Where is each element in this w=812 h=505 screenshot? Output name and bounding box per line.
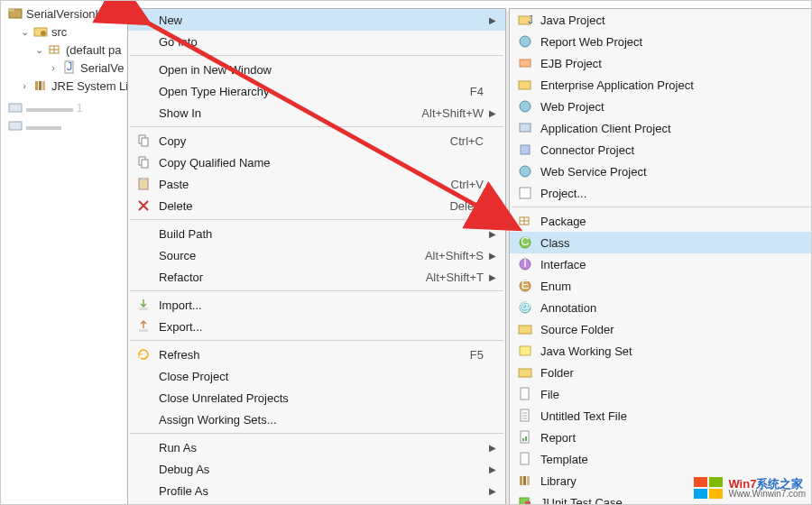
menu-profile-as[interactable]: Profile As▶ (128, 480, 505, 501)
submenu-arrow-icon: ▶ (489, 108, 500, 118)
separator (130, 126, 503, 127)
separator (130, 290, 503, 291)
menu-refresh[interactable]: RefreshF5 (128, 344, 505, 365)
svg-rect-7 (35, 81, 38, 90)
menu-project[interactable]: Project... (510, 182, 812, 204)
svg-rect-49 (523, 476, 526, 485)
svg-rect-45 (522, 438, 524, 441)
svg-rect-55 (694, 477, 707, 487)
svg-point-28 (520, 166, 531, 177)
menu-show-in[interactable]: Show InAlt+Shift+W▶ (128, 102, 505, 124)
separator (130, 433, 503, 434)
class-icon: C (515, 235, 535, 250)
menu-team[interactable]: Team▶ (128, 501, 505, 505)
library-icon (515, 473, 535, 488)
menu-app-client-project[interactable]: Application Client Project (510, 117, 812, 139)
copy-icon (134, 155, 153, 170)
package-icon (515, 214, 535, 228)
context-menu: New▶ Go Into Open in New Window Open Typ… (127, 8, 506, 505)
package-icon (48, 42, 62, 57)
menu-ejb-project[interactable]: EJB Project (510, 52, 812, 74)
menu-export[interactable]: Export... (128, 316, 505, 337)
menu-go-into[interactable]: Go Into (128, 31, 505, 52)
menu-template[interactable]: Template (510, 448, 812, 470)
refresh-icon (134, 347, 153, 362)
menu-source[interactable]: SourceAlt+Shift+S▶ (128, 244, 505, 266)
menu-delete[interactable]: DeleteDelete (128, 195, 505, 216)
menu-class[interactable]: CClass (510, 232, 812, 253)
menu-assign-working-sets[interactable]: Assign Working Sets... (128, 409, 505, 430)
menu-build-path[interactable]: Build Path▶ (128, 223, 505, 244)
windows-logo-icon (694, 475, 724, 500)
copy-icon (134, 133, 153, 148)
enterprise-icon (515, 78, 535, 92)
svg-rect-40 (520, 346, 531, 355)
menu-folder[interactable]: Folder (510, 362, 812, 383)
menu-java-working-set[interactable]: Java Working Set (510, 340, 812, 362)
menu-interface[interactable]: IInterface (510, 253, 812, 275)
separator (512, 207, 812, 207)
menu-annotation[interactable]: @Annotation (510, 297, 812, 318)
connector-icon (515, 142, 535, 157)
separator (130, 219, 503, 220)
svg-rect-46 (525, 436, 527, 441)
svg-text:E: E (521, 279, 530, 291)
svg-rect-23 (520, 60, 531, 67)
svg-rect-42 (521, 388, 529, 399)
menu-web-project[interactable]: Web Project (510, 96, 812, 117)
tree-blur-label: ▬▬▬▬ 1 (26, 101, 83, 115)
svg-text:J: J (528, 13, 532, 26)
svg-rect-24 (519, 81, 531, 89)
menu-run-as[interactable]: Run As▶ (128, 436, 505, 458)
closed-project-icon (8, 118, 23, 133)
svg-text:J: J (67, 60, 73, 73)
tree-src-label: src (51, 25, 67, 39)
menu-source-folder[interactable]: Source Folder (510, 318, 812, 340)
submenu-arrow-icon: ▶ (489, 15, 500, 25)
menu-report[interactable]: Report (510, 427, 812, 448)
menu-web-service-project[interactable]: Web Service Project (510, 161, 812, 182)
tree-jre-label: JRE System Li (51, 79, 128, 93)
menu-import[interactable]: Import... (128, 294, 505, 316)
new-submenu: JJava Project Report Web Project EJB Pro… (509, 8, 812, 505)
menu-package[interactable]: Package (510, 210, 812, 232)
menu-refactor[interactable]: RefactorAlt+Shift+T▶ (128, 266, 505, 288)
text-file-icon (515, 409, 535, 423)
menu-connector-project[interactable]: Connector Project (510, 139, 812, 161)
svg-rect-1 (9, 9, 14, 12)
menu-enum[interactable]: EEnum (510, 275, 812, 297)
java-file-icon: J (62, 60, 77, 75)
library-icon (33, 78, 48, 93)
svg-rect-11 (9, 122, 22, 130)
menu-copy-qualified[interactable]: Copy Qualified Name (128, 152, 505, 173)
svg-rect-57 (694, 489, 707, 499)
menu-untitled-text-file[interactable]: Untitled Text File (510, 405, 812, 427)
menu-report-web-project[interactable]: Report Web Project (510, 31, 812, 52)
menu-enterprise-project[interactable]: Enterprise Application Project (510, 74, 812, 96)
menu-close-unrelated[interactable]: Close Unrelated Projects (128, 387, 505, 409)
menu-new[interactable]: New▶ (128, 9, 505, 31)
file-icon (515, 387, 535, 401)
paste-icon (134, 177, 153, 191)
menu-open-type-hierarchy[interactable]: Open Type HierarchyF4 (128, 80, 505, 102)
twisty-closed-icon: › (48, 62, 59, 73)
web-service-icon (515, 164, 535, 179)
svg-rect-27 (521, 145, 530, 154)
menu-file[interactable]: File (510, 383, 812, 405)
svg-text:I: I (523, 257, 527, 270)
svg-rect-26 (520, 124, 531, 132)
submenu-arrow-icon: ▶ (489, 464, 500, 474)
menu-open-new-window[interactable]: Open in New Window (128, 59, 505, 80)
working-set-icon (515, 344, 535, 358)
enum-icon: E (515, 279, 535, 293)
svg-rect-10 (9, 104, 22, 112)
menu-java-project[interactable]: JJava Project (510, 9, 812, 31)
tree-project-label: SerialVersionUID (26, 7, 115, 21)
svg-point-22 (520, 36, 531, 47)
menu-copy[interactable]: CopyCtrl+C (128, 130, 505, 152)
svg-point-25 (520, 101, 531, 112)
menu-debug-as[interactable]: Debug As▶ (128, 458, 505, 480)
menu-close-project[interactable]: Close Project (128, 365, 505, 387)
menu-paste[interactable]: PasteCtrl+V (128, 173, 505, 195)
svg-rect-39 (519, 326, 531, 334)
